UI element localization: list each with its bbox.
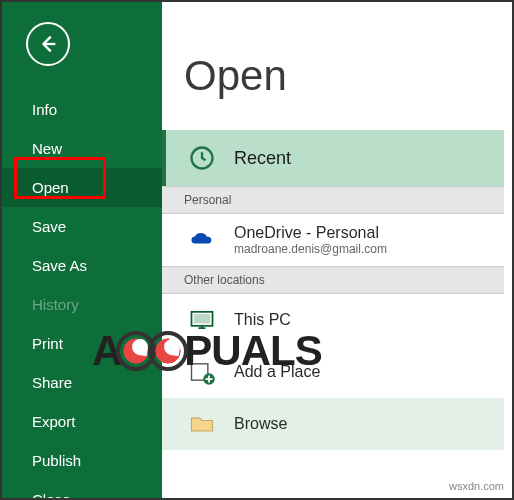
location-onedrive[interactable]: OneDrive - Personal madroane.denis@gmail… (162, 214, 504, 266)
location-addplace[interactable]: Add a Place (162, 346, 504, 398)
onedrive-icon (184, 222, 220, 258)
page-title: Open (162, 2, 512, 130)
folder-icon (184, 406, 220, 442)
back-button[interactable] (26, 22, 70, 66)
svg-rect-2 (194, 314, 210, 323)
location-recent[interactable]: Recent (162, 130, 504, 186)
browse-label: Browse (234, 415, 287, 433)
sidebar-item-history: History (2, 285, 162, 324)
locations-list: Recent Personal OneDrive - Personal madr… (162, 130, 512, 450)
section-header-other: Other locations (162, 266, 504, 294)
clock-icon (184, 140, 220, 176)
sidebar-item-save[interactable]: Save (2, 207, 162, 246)
thispc-label: This PC (234, 311, 291, 329)
sidebar-item-saveas[interactable]: Save As (2, 246, 162, 285)
sidebar-item-close[interactable]: Close (2, 480, 162, 500)
sidebar-item-share[interactable]: Share (2, 363, 162, 402)
arrow-left-icon (37, 33, 59, 55)
location-thispc[interactable]: This PC (162, 294, 504, 346)
sidebar-item-info[interactable]: Info (2, 90, 162, 129)
sidebar-item-print[interactable]: Print (2, 324, 162, 363)
sidebar-item-publish[interactable]: Publish (2, 441, 162, 480)
section-header-personal: Personal (162, 186, 504, 214)
monitor-icon (184, 302, 220, 338)
sidebar-item-open[interactable]: Open (2, 168, 162, 207)
main-panel: Open Recent Personal OneDrive - Personal… (162, 2, 512, 498)
watermark-domain: wsxdn.com (449, 480, 504, 492)
sidebar: Info New Open Save Save As History Print… (2, 2, 162, 498)
sidebar-item-new[interactable]: New (2, 129, 162, 168)
location-browse[interactable]: Browse (162, 398, 504, 450)
add-place-icon (184, 354, 220, 390)
sidebar-item-export[interactable]: Export (2, 402, 162, 441)
onedrive-email: madroane.denis@gmail.com (234, 242, 387, 256)
onedrive-label: OneDrive - Personal (234, 224, 387, 242)
addplace-label: Add a Place (234, 363, 320, 381)
recent-label: Recent (234, 148, 291, 169)
